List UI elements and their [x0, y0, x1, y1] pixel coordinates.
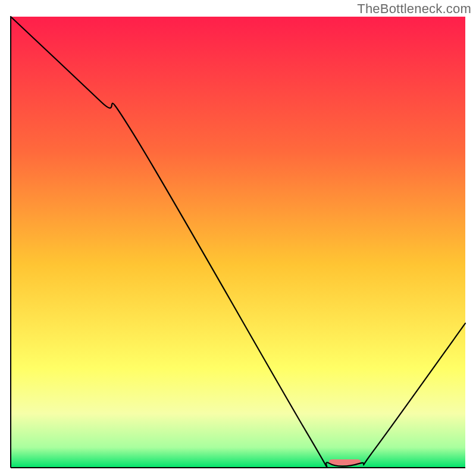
bottleneck-chart: TheBottleneck.com	[0, 0, 476, 476]
chart-svg	[0, 0, 476, 476]
plot-background	[11, 17, 465, 468]
